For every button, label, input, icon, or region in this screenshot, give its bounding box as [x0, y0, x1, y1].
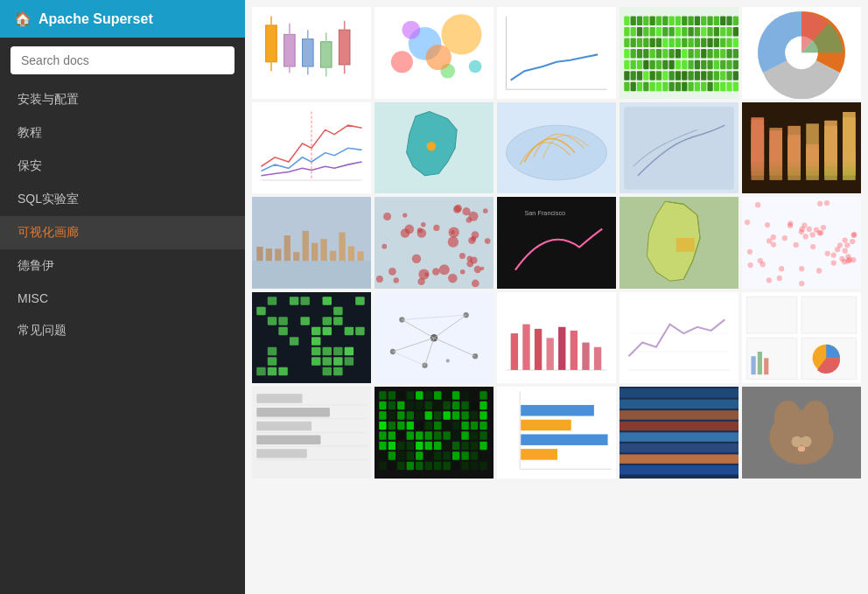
sidebar: 🏠 Apache Superset 安装与配置教程保安SQL实验室可视化画廊德鲁…	[0, 0, 245, 594]
svg-rect-339	[522, 324, 529, 369]
svg-rect-99	[676, 60, 681, 69]
gallery-item-10[interactable]	[252, 197, 371, 289]
svg-point-216	[449, 227, 459, 238]
svg-rect-408	[425, 422, 432, 430]
svg-rect-64	[682, 38, 687, 47]
svg-point-230	[382, 244, 387, 249]
svg-rect-472	[620, 422, 738, 430]
svg-rect-296	[268, 317, 276, 325]
svg-point-205	[448, 274, 458, 283]
gallery-item-21[interactable]	[374, 387, 494, 479]
gallery-item-17[interactable]	[497, 292, 616, 384]
gallery-item-1[interactable]	[374, 7, 494, 99]
gallery-item-8[interactable]	[620, 102, 738, 194]
svg-rect-343	[570, 331, 578, 370]
sidebar-item-sql[interactable]: SQL实验室	[0, 183, 245, 216]
gallery-grid: San Francisco	[252, 7, 861, 479]
svg-rect-366	[256, 450, 307, 458]
gallery-item-18[interactable]	[620, 292, 738, 384]
svg-rect-76	[643, 49, 648, 58]
svg-rect-315	[323, 357, 332, 365]
gallery-item-24[interactable]	[742, 387, 861, 479]
gallery-item-0[interactable]	[252, 7, 371, 99]
svg-rect-364	[256, 422, 312, 430]
svg-rect-121	[701, 71, 706, 80]
svg-rect-353	[751, 356, 755, 374]
gallery-item-3[interactable]	[620, 7, 738, 99]
svg-rect-399	[452, 412, 459, 420]
sidebar-item-install[interactable]: 安装与配置	[0, 83, 245, 116]
svg-rect-171	[806, 143, 819, 161]
svg-rect-384	[425, 402, 432, 409]
gallery-item-22[interactable]	[497, 387, 616, 479]
svg-point-227	[383, 213, 391, 220]
svg-rect-394	[407, 412, 414, 420]
svg-rect-416	[388, 432, 396, 440]
svg-point-215	[404, 225, 414, 234]
svg-point-196	[376, 276, 383, 283]
svg-rect-188	[303, 231, 309, 261]
svg-rect-143	[726, 82, 732, 91]
app-title: Apache Superset	[38, 11, 153, 27]
gallery-item-20[interactable]	[252, 387, 371, 479]
sidebar-item-tutorial[interactable]: 教程	[0, 116, 245, 150]
gallery-item-14[interactable]	[742, 197, 861, 289]
svg-rect-106	[720, 60, 725, 69]
svg-rect-349	[746, 297, 797, 333]
svg-rect-104	[707, 60, 712, 69]
gallery-item-9[interactable]	[742, 102, 861, 194]
svg-point-150	[506, 125, 606, 180]
svg-text:San Francisco: San Francisco	[524, 209, 565, 217]
svg-point-15	[426, 45, 452, 70]
gallery-item-11[interactable]	[374, 197, 494, 289]
gallery-item-12[interactable]: San Francisco	[497, 197, 616, 289]
svg-rect-465	[521, 405, 594, 416]
svg-rect-344	[582, 342, 589, 369]
gallery-item-15[interactable]	[252, 292, 371, 384]
svg-rect-22	[643, 16, 648, 24]
gallery-item-23[interactable]	[620, 387, 738, 479]
svg-rect-380	[388, 402, 396, 409]
sidebar-item-faq[interactable]: 常见问题	[0, 314, 245, 347]
svg-point-261	[831, 261, 836, 266]
sidebar-item-misc[interactable]: MISC	[0, 283, 245, 314]
svg-rect-59	[650, 38, 655, 47]
svg-rect-51	[714, 27, 719, 36]
svg-rect-43	[662, 27, 668, 36]
svg-point-239	[771, 234, 776, 240]
sidebar-item-drupal[interactable]: 德鲁伊	[0, 249, 245, 283]
svg-rect-33	[714, 16, 719, 24]
svg-rect-342	[558, 327, 565, 370]
gallery-item-2[interactable]	[497, 7, 616, 99]
svg-rect-139	[701, 82, 706, 91]
svg-rect-56	[631, 38, 636, 47]
gallery-item-6[interactable]	[374, 102, 494, 194]
gallery-item-19[interactable]	[742, 292, 861, 384]
svg-rect-126	[733, 71, 738, 80]
gallery-item-13[interactable]	[620, 197, 738, 289]
svg-rect-54	[733, 27, 738, 36]
svg-rect-89	[726, 49, 732, 58]
sidebar-item-security[interactable]: 保安	[0, 150, 245, 183]
gallery-item-4[interactable]	[742, 7, 861, 99]
svg-rect-26	[668, 16, 674, 24]
svg-rect-297	[278, 317, 287, 325]
svg-rect-390	[480, 402, 486, 409]
svg-rect-362	[256, 395, 302, 403]
gallery-item-5[interactable]	[252, 102, 371, 194]
sidebar-item-gallery[interactable]: 可视化画廊	[0, 216, 245, 249]
svg-rect-393	[397, 412, 404, 420]
gallery-item-7[interactable]	[497, 102, 616, 194]
search-input[interactable]	[10, 46, 234, 74]
svg-rect-406	[407, 422, 414, 430]
svg-point-279	[777, 276, 782, 281]
svg-rect-66	[695, 38, 700, 47]
svg-point-199	[472, 280, 480, 288]
svg-rect-404	[388, 422, 396, 430]
svg-point-272	[839, 256, 844, 262]
svg-rect-476	[620, 465, 738, 474]
svg-rect-396	[425, 412, 432, 420]
gallery-item-16[interactable]	[374, 292, 494, 384]
svg-rect-138	[695, 82, 700, 91]
svg-rect-448	[461, 452, 468, 460]
